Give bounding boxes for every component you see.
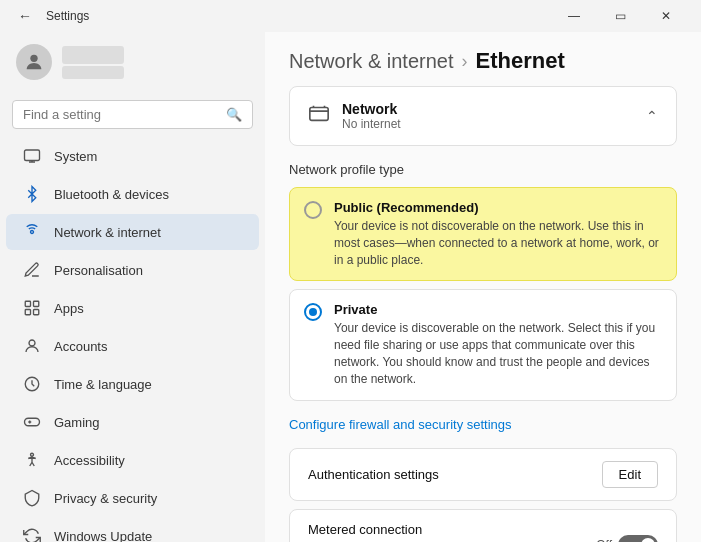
profile-option-public[interactable]: Public (Recommended) Your device is not … [289, 187, 677, 281]
back-button[interactable]: ← [12, 4, 38, 28]
update-icon [22, 526, 42, 542]
radio-private[interactable] [304, 303, 322, 321]
toggle-wrap: Off [596, 535, 658, 542]
user-name [62, 46, 124, 64]
nav-item-accounts[interactable]: Accounts [6, 328, 259, 364]
personalisation-icon [22, 260, 42, 280]
svg-rect-3 [25, 301, 30, 306]
search-box: 🔍 [12, 100, 253, 129]
profile-private-title: Private [334, 302, 662, 317]
page-header: Network & internet › Ethernet [265, 32, 701, 86]
user-email [62, 66, 124, 79]
profile-option-private[interactable]: Private Your device is discoverable on t… [289, 289, 677, 400]
radio-private-inner [309, 308, 317, 316]
network-status: No internet [342, 117, 401, 131]
svg-point-10 [31, 453, 34, 456]
network-info: Network No internet [342, 101, 401, 131]
svg-point-0 [30, 55, 37, 62]
svg-rect-4 [34, 301, 39, 306]
minimize-button[interactable]: — [551, 0, 597, 32]
profile-public-title: Public (Recommended) [334, 200, 662, 215]
metered-connection-row: Metered connection Some apps might work … [289, 509, 677, 542]
window-controls: — ▭ ✕ [551, 0, 689, 32]
nav-item-system[interactable]: System [6, 138, 259, 174]
accounts-icon [22, 336, 42, 356]
user-info [62, 46, 124, 79]
search-input[interactable] [23, 107, 218, 122]
sidebar: 🔍 System Bluetooth & devices Network & i… [0, 32, 265, 542]
user-section [0, 32, 265, 92]
breadcrumb-parent: Network & internet [289, 50, 454, 73]
metered-title: Metered connection [308, 522, 596, 537]
main-content: Network & internet › Ethernet Network No… [265, 32, 701, 542]
privacy-icon [22, 488, 42, 508]
nav-item-personalisation[interactable]: Personalisation [6, 252, 259, 288]
nav-item-time[interactable]: Time & language [6, 366, 259, 402]
svg-point-2 [31, 231, 34, 234]
profile-private-desc: Your device is discoverable on the netwo… [334, 320, 662, 387]
page-title: Ethernet [476, 48, 565, 74]
configure-firewall-link[interactable]: Configure firewall and security settings [289, 417, 512, 432]
chevron-up-icon: ⌃ [646, 108, 658, 124]
maximize-button[interactable]: ▭ [597, 0, 643, 32]
nav-item-bluetooth[interactable]: Bluetooth & devices [6, 176, 259, 212]
svg-rect-6 [34, 310, 39, 315]
profile-option-private-text: Private Your device is discoverable on t… [334, 302, 662, 387]
bluetooth-icon [22, 184, 42, 204]
network-card-left: Network No internet [308, 101, 401, 131]
breadcrumb-separator: › [462, 51, 468, 72]
svg-point-7 [29, 340, 35, 346]
nav-item-apps[interactable]: Apps [6, 290, 259, 326]
edit-button[interactable]: Edit [602, 461, 658, 488]
toggle-knob [641, 538, 655, 542]
avatar [16, 44, 52, 80]
app-title: Settings [46, 9, 89, 23]
profile-public-desc: Your device is not discoverable on the n… [334, 218, 662, 268]
apps-icon [22, 298, 42, 318]
close-button[interactable]: ✕ [643, 0, 689, 32]
profile-option-public-text: Public (Recommended) Your device is not … [334, 200, 662, 268]
time-icon [22, 374, 42, 394]
section-label: Network profile type [289, 162, 677, 177]
metered-info: Metered connection Some apps might work … [308, 522, 596, 542]
nav-item-accessibility[interactable]: Accessibility [6, 442, 259, 478]
nav-item-privacy[interactable]: Privacy & security [6, 480, 259, 516]
auth-settings-title: Authentication settings [308, 467, 439, 482]
accessibility-icon [22, 450, 42, 470]
toggle-label: Off [596, 538, 612, 542]
nav-item-network[interactable]: Network & internet [6, 214, 259, 250]
search-icon: 🔍 [226, 107, 242, 122]
auth-settings-info: Authentication settings [308, 467, 439, 482]
gaming-icon [22, 412, 42, 432]
nav-item-gaming[interactable]: Gaming [6, 404, 259, 440]
radio-public[interactable] [304, 201, 322, 219]
svg-rect-11 [310, 108, 328, 121]
network-name: Network [342, 101, 401, 117]
metered-toggle[interactable] [618, 535, 658, 542]
network-icon [22, 222, 42, 242]
svg-rect-5 [25, 310, 30, 315]
svg-rect-1 [25, 150, 40, 161]
nav-item-windows-update[interactable]: Windows Update [6, 518, 259, 542]
authentication-settings-row: Authentication settings Edit [289, 448, 677, 501]
title-bar: ← Settings — ▭ ✕ [0, 0, 701, 32]
metered-desc: Some apps might work differently to redu… [308, 539, 596, 542]
network-card[interactable]: Network No internet ⌃ [289, 86, 677, 146]
network-card-icon [308, 102, 330, 130]
system-icon [22, 146, 42, 166]
svg-rect-9 [25, 418, 40, 426]
